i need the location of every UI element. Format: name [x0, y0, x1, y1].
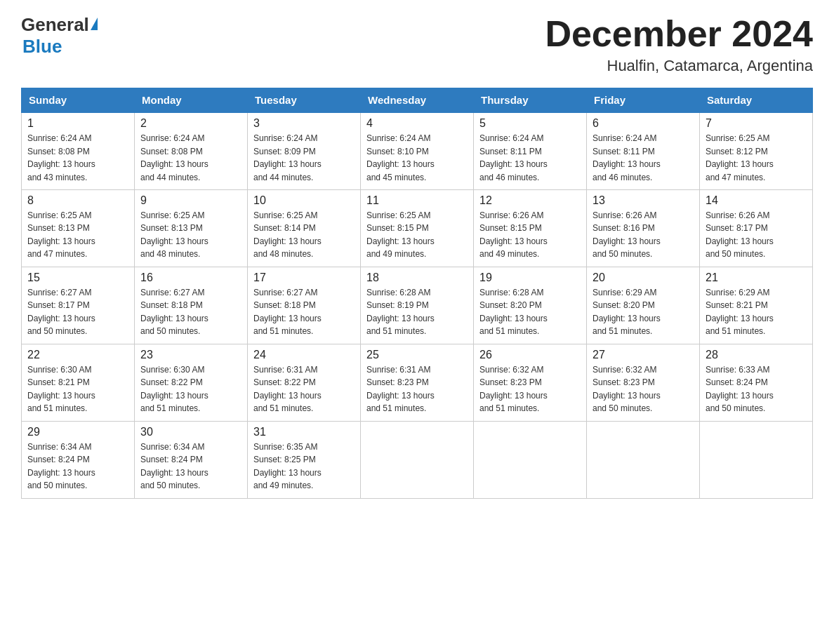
calendar-cell: 23Sunrise: 6:30 AMSunset: 8:22 PMDayligh…: [135, 344, 248, 421]
day-info: Sunrise: 6:25 AMSunset: 8:13 PMDaylight:…: [140, 209, 241, 261]
calendar-cell: 1Sunrise: 6:24 AMSunset: 8:08 PMDaylight…: [22, 112, 135, 189]
calendar-cell: 4Sunrise: 6:24 AMSunset: 8:10 PMDaylight…: [361, 112, 474, 189]
day-number: 5: [479, 117, 581, 130]
day-info: Sunrise: 6:29 AMSunset: 8:20 PMDaylight:…: [593, 286, 694, 338]
day-info: Sunrise: 6:25 AMSunset: 8:15 PMDaylight:…: [366, 209, 468, 261]
col-header-friday: Friday: [587, 88, 700, 113]
calendar-cell: 10Sunrise: 6:25 AMSunset: 8:14 PMDayligh…: [248, 189, 361, 267]
day-info: Sunrise: 6:35 AMSunset: 8:25 PMDaylight:…: [253, 441, 355, 492]
calendar-cell: 22Sunrise: 6:30 AMSunset: 8:21 PMDayligh…: [22, 344, 135, 421]
calendar-cell: 18Sunrise: 6:28 AMSunset: 8:19 PMDayligh…: [361, 267, 474, 344]
day-number: 17: [253, 271, 355, 284]
day-info: Sunrise: 6:25 AMSunset: 8:13 PMDaylight:…: [27, 209, 128, 261]
month-title: December 2024: [545, 14, 813, 54]
day-info: Sunrise: 6:24 AMSunset: 8:11 PMDaylight:…: [479, 132, 581, 184]
calendar-cell: 31Sunrise: 6:35 AMSunset: 8:25 PMDayligh…: [248, 421, 361, 498]
calendar-cell: 5Sunrise: 6:24 AMSunset: 8:11 PMDaylight…: [474, 112, 587, 189]
calendar-cell: 30Sunrise: 6:34 AMSunset: 8:24 PMDayligh…: [135, 421, 248, 498]
day-info: Sunrise: 6:31 AMSunset: 8:23 PMDaylight:…: [366, 363, 468, 415]
day-number: 2: [140, 117, 241, 130]
day-number: 20: [593, 271, 694, 284]
calendar-cell: 15Sunrise: 6:27 AMSunset: 8:17 PMDayligh…: [22, 267, 135, 344]
calendar-cell: [587, 421, 700, 498]
calendar-cell: 25Sunrise: 6:31 AMSunset: 8:23 PMDayligh…: [361, 344, 474, 421]
calendar-cell: 19Sunrise: 6:28 AMSunset: 8:20 PMDayligh…: [474, 267, 587, 344]
day-number: 8: [27, 194, 128, 207]
day-number: 22: [27, 349, 128, 361]
day-info: Sunrise: 6:24 AMSunset: 8:11 PMDaylight:…: [593, 132, 694, 184]
day-info: Sunrise: 6:29 AMSunset: 8:21 PMDaylight:…: [706, 286, 807, 338]
day-info: Sunrise: 6:26 AMSunset: 8:16 PMDaylight:…: [593, 209, 694, 261]
calendar-header-row: SundayMondayTuesdayWednesdayThursdayFrid…: [22, 88, 813, 113]
logo: General Blue: [21, 14, 98, 58]
day-info: Sunrise: 6:28 AMSunset: 8:19 PMDaylight:…: [366, 286, 468, 338]
calendar-cell: 26Sunrise: 6:32 AMSunset: 8:23 PMDayligh…: [474, 344, 587, 421]
day-number: 27: [593, 349, 694, 361]
day-number: 9: [140, 194, 241, 207]
day-number: 19: [479, 271, 581, 284]
day-info: Sunrise: 6:24 AMSunset: 8:09 PMDaylight:…: [253, 132, 355, 184]
col-header-wednesday: Wednesday: [361, 88, 474, 113]
calendar-week-row: 29Sunrise: 6:34 AMSunset: 8:24 PMDayligh…: [22, 421, 813, 498]
day-info: Sunrise: 6:30 AMSunset: 8:22 PMDaylight:…: [140, 363, 241, 415]
col-header-saturday: Saturday: [700, 88, 813, 113]
calendar-cell: 17Sunrise: 6:27 AMSunset: 8:18 PMDayligh…: [248, 267, 361, 344]
calendar-cell: 12Sunrise: 6:26 AMSunset: 8:15 PMDayligh…: [474, 189, 587, 267]
day-info: Sunrise: 6:32 AMSunset: 8:23 PMDaylight:…: [593, 363, 694, 415]
day-number: 31: [253, 426, 355, 438]
col-header-monday: Monday: [135, 88, 248, 113]
col-header-sunday: Sunday: [22, 88, 135, 113]
calendar-week-row: 15Sunrise: 6:27 AMSunset: 8:17 PMDayligh…: [22, 267, 813, 344]
calendar-cell: 7Sunrise: 6:25 AMSunset: 8:12 PMDaylight…: [700, 112, 813, 189]
day-number: 11: [366, 194, 468, 207]
day-info: Sunrise: 6:30 AMSunset: 8:21 PMDaylight:…: [27, 363, 128, 415]
calendar-cell: 11Sunrise: 6:25 AMSunset: 8:15 PMDayligh…: [361, 189, 474, 267]
day-number: 23: [140, 349, 241, 361]
day-number: 21: [706, 271, 807, 284]
calendar-cell: [361, 421, 474, 498]
calendar-cell: 3Sunrise: 6:24 AMSunset: 8:09 PMDaylight…: [248, 112, 361, 189]
logo-general: General: [21, 14, 89, 36]
day-info: Sunrise: 6:26 AMSunset: 8:17 PMDaylight:…: [706, 209, 807, 261]
day-number: 13: [593, 194, 694, 207]
logo-triangle-icon: [91, 18, 98, 30]
title-block: December 2024 Hualfin, Catamarca, Argent…: [545, 14, 813, 75]
day-number: 26: [479, 349, 581, 361]
day-info: Sunrise: 6:28 AMSunset: 8:20 PMDaylight:…: [479, 286, 581, 338]
day-number: 30: [140, 426, 241, 438]
page-header: General Blue December 2024 Hualfin, Cata…: [21, 14, 813, 75]
calendar-cell: 6Sunrise: 6:24 AMSunset: 8:11 PMDaylight…: [587, 112, 700, 189]
day-number: 18: [366, 271, 468, 284]
calendar-cell: 13Sunrise: 6:26 AMSunset: 8:16 PMDayligh…: [587, 189, 700, 267]
logo-text: General: [21, 14, 98, 36]
day-info: Sunrise: 6:33 AMSunset: 8:24 PMDaylight:…: [706, 363, 807, 415]
day-number: 29: [27, 426, 128, 438]
day-number: 6: [593, 117, 694, 130]
calendar-cell: 2Sunrise: 6:24 AMSunset: 8:08 PMDaylight…: [135, 112, 248, 189]
calendar-cell: [474, 421, 587, 498]
calendar-week-row: 8Sunrise: 6:25 AMSunset: 8:13 PMDaylight…: [22, 189, 813, 267]
calendar-cell: 14Sunrise: 6:26 AMSunset: 8:17 PMDayligh…: [700, 189, 813, 267]
day-info: Sunrise: 6:34 AMSunset: 8:24 PMDaylight:…: [27, 441, 128, 492]
day-info: Sunrise: 6:34 AMSunset: 8:24 PMDaylight:…: [140, 441, 241, 492]
day-number: 1: [27, 117, 128, 130]
calendar-table: SundayMondayTuesdayWednesdayThursdayFrid…: [21, 88, 813, 499]
day-number: 15: [27, 271, 128, 284]
location-title: Hualfin, Catamarca, Argentina: [545, 57, 813, 75]
day-number: 7: [706, 117, 807, 130]
day-number: 24: [253, 349, 355, 361]
day-number: 28: [706, 349, 807, 361]
day-info: Sunrise: 6:25 AMSunset: 8:12 PMDaylight:…: [706, 132, 807, 184]
calendar-cell: 8Sunrise: 6:25 AMSunset: 8:13 PMDaylight…: [22, 189, 135, 267]
calendar-cell: [700, 421, 813, 498]
col-header-tuesday: Tuesday: [248, 88, 361, 113]
calendar-week-row: 22Sunrise: 6:30 AMSunset: 8:21 PMDayligh…: [22, 344, 813, 421]
day-info: Sunrise: 6:27 AMSunset: 8:17 PMDaylight:…: [27, 286, 128, 338]
day-number: 12: [479, 194, 581, 207]
calendar-cell: 29Sunrise: 6:34 AMSunset: 8:24 PMDayligh…: [22, 421, 135, 498]
calendar-cell: 16Sunrise: 6:27 AMSunset: 8:18 PMDayligh…: [135, 267, 248, 344]
day-info: Sunrise: 6:24 AMSunset: 8:08 PMDaylight:…: [27, 132, 128, 184]
day-info: Sunrise: 6:27 AMSunset: 8:18 PMDaylight:…: [140, 286, 241, 338]
calendar-cell: 20Sunrise: 6:29 AMSunset: 8:20 PMDayligh…: [587, 267, 700, 344]
calendar-cell: 21Sunrise: 6:29 AMSunset: 8:21 PMDayligh…: [700, 267, 813, 344]
